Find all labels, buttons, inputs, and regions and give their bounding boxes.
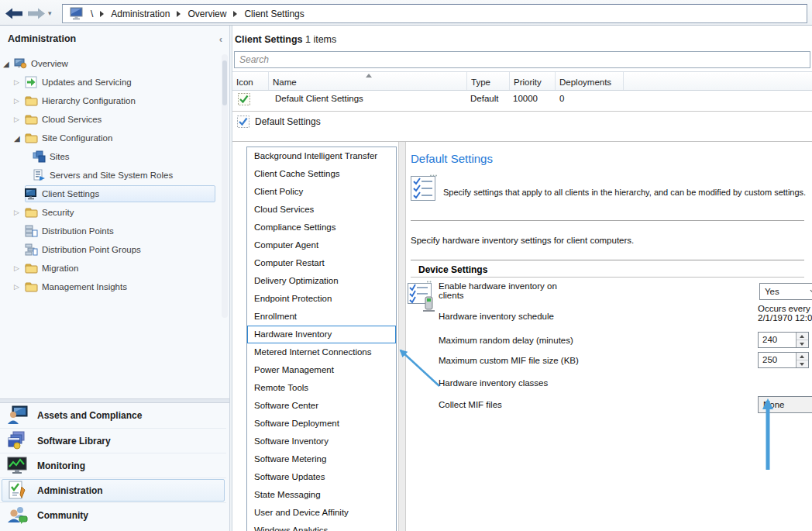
tree-item-hierarchy-configuration[interactable]: ▷ Hierarchy Configuration — [0, 91, 220, 110]
max-random-delay-spinner[interactable]: 240 — [758, 332, 809, 348]
expander-collapsed-icon[interactable]: ▷ — [14, 97, 25, 105]
expander-expanded-icon[interactable]: ◢ — [14, 134, 25, 143]
spin-up-icon[interactable] — [797, 333, 808, 340]
tree-item-label: Management Insights — [42, 282, 127, 291]
tree-item-label: Client Settings — [42, 189, 99, 198]
tree-scrollbar[interactable] — [222, 54, 228, 318]
section-item[interactable]: Cloud Services — [247, 201, 396, 219]
breadcrumb-overview[interactable]: Overview — [188, 9, 226, 19]
max-mif-size-spinner[interactable]: 250 — [758, 352, 809, 368]
section-item[interactable]: Software Deployment — [247, 415, 396, 433]
preview-pane-tab[interactable]: Default Settings — [237, 116, 321, 128]
section-item[interactable]: Windows Analytics — [247, 522, 396, 531]
tree-item-updates-and-servicing[interactable]: ▷ Updates and Servicing — [0, 73, 220, 91]
expander-collapsed-icon[interactable]: ▷ — [14, 78, 25, 86]
client-settings-icon — [25, 188, 38, 200]
sidebar-collapse-icon[interactable]: ‹ — [219, 33, 222, 45]
breadcrumb-client-settings[interactable]: Client Settings — [244, 9, 304, 19]
column-header-type[interactable]: Type — [467, 72, 510, 90]
enable-hardware-inventory-combo[interactable]: Yes — [759, 283, 812, 300]
section-heading-underline — [411, 277, 804, 278]
section-item[interactable]: Background Intelligent Transfer — [247, 147, 396, 165]
workspace-administration[interactable]: Administration — [0, 478, 226, 502]
breadcrumb-root[interactable]: \ — [91, 9, 93, 19]
breadcrumb-separator-icon — [177, 11, 181, 17]
folder-icon — [25, 113, 38, 126]
history-dropdown-icon[interactable]: ▾ — [48, 9, 52, 17]
section-item[interactable]: Power Management — [247, 361, 396, 379]
tree-item-client-settings[interactable]: Client Settings — [0, 184, 220, 203]
section-item[interactable]: Software Updates — [247, 468, 396, 486]
workspace-software-library[interactable]: Software Library — [0, 428, 226, 453]
tree-item-label: Security — [42, 208, 74, 217]
tree-item-label: Site Configuration — [42, 133, 112, 143]
workspace-community[interactable]: Community — [0, 502, 226, 527]
breadcrumb-separator-icon — [233, 11, 237, 17]
section-item[interactable]: Metered Internet Connections — [247, 343, 396, 361]
workspace-monitoring[interactable]: Monitoring — [0, 453, 226, 478]
distribution-points-icon — [25, 225, 38, 237]
scrollbar-thumb[interactable] — [222, 60, 227, 105]
max-mif-size-label: Maximum custom MIF file size (KB) — [439, 356, 579, 365]
tree-item-distribution-point-groups[interactable]: Distribution Point Groups — [0, 240, 220, 259]
expander-expanded-icon[interactable]: ◢ — [3, 60, 14, 68]
divider — [411, 220, 804, 221]
tree-item-management-insights[interactable]: ▷ Management Insights — [0, 278, 220, 296]
sites-icon — [33, 150, 46, 163]
spin-down-icon[interactable] — [797, 340, 808, 347]
section-item[interactable]: Client Cache Settings — [247, 165, 396, 183]
tree-item-sites[interactable]: Sites — [0, 147, 220, 166]
table-header: Icon Name Type Priority Deployments — [232, 71, 812, 91]
section-item[interactable]: Client Policy — [247, 183, 396, 201]
section-item[interactable]: Computer Restart — [247, 254, 396, 272]
expander-collapsed-icon[interactable]: ▷ — [14, 264, 25, 272]
table-row[interactable]: Default Client Settings Default 10000 0 — [232, 91, 812, 109]
section-item[interactable]: Endpoint Protection — [247, 290, 396, 308]
workspace-selection — [2, 479, 225, 502]
servers-icon — [33, 169, 46, 181]
back-button[interactable] — [3, 4, 25, 23]
column-header-priority[interactable]: Priority — [510, 72, 556, 90]
folder-icon — [25, 95, 38, 107]
expander-collapsed-icon[interactable]: ▷ — [14, 209, 25, 216]
section-item[interactable]: Computer Agent — [247, 236, 396, 254]
expander-collapsed-icon[interactable]: ▷ — [14, 283, 25, 291]
section-item[interactable]: User and Device Affinity — [247, 504, 396, 522]
client-settings-dialog: Background Intelligent Transfer Client C… — [232, 141, 812, 531]
device-settings-icon — [407, 280, 439, 315]
tree-item-label: Sites — [50, 152, 70, 161]
dialog-splitter[interactable] — [398, 142, 406, 531]
workspace-assets-and-compliance[interactable]: Assets and Compliance — [0, 403, 226, 428]
tree-item-security[interactable]: ▷ Security — [0, 203, 220, 222]
section-item[interactable]: Delivery Optimization — [247, 272, 396, 290]
section-item[interactable]: Remote Tools — [247, 379, 396, 397]
list-title-text: Client Settings — [235, 34, 303, 45]
spin-up-icon[interactable] — [797, 353, 808, 360]
tree-item-cloud-services[interactable]: ▷ Cloud Services — [0, 110, 220, 129]
tree-item-label: Servers and Site System Roles — [50, 171, 173, 180]
section-item[interactable]: State Messaging — [247, 486, 396, 504]
enable-hardware-inventory-label: Enable hardware inventory on clients — [439, 281, 578, 300]
forward-button[interactable] — [26, 4, 47, 23]
row-type: Default — [470, 94, 498, 103]
spin-down-icon[interactable] — [797, 360, 808, 367]
tree-item-migration[interactable]: ▷ Migration — [0, 259, 220, 278]
tree-item-servers-and-site-system-roles[interactable]: Servers and Site System Roles — [0, 166, 220, 184]
tree-item-site-configuration[interactable]: ◢ Site Configuration — [0, 129, 220, 147]
breadcrumb-administration[interactable]: Administration — [111, 9, 170, 19]
schedule-value: Occurs every 7 days effective 2/1/1970 1… — [758, 304, 812, 322]
collect-mif-files-combo[interactable]: None — [758, 396, 812, 413]
column-header-icon[interactable]: Icon — [232, 72, 269, 90]
column-header-deployments[interactable]: Deployments — [556, 72, 624, 90]
expander-collapsed-icon[interactable]: ▷ — [14, 116, 25, 123]
section-item[interactable]: Software Metering — [247, 450, 396, 468]
tree-item-overview[interactable]: ◢ Overview — [0, 54, 220, 73]
section-item[interactable]: Enrollment — [247, 308, 396, 326]
section-item-selected[interactable]: Hardware Inventory — [247, 326, 396, 343]
section-item[interactable]: Software Inventory — [247, 433, 396, 450]
tree-item-distribution-points[interactable]: Distribution Points — [0, 222, 220, 240]
section-item[interactable]: Software Center — [247, 397, 396, 415]
section-item[interactable]: Compliance Settings — [247, 219, 396, 236]
search-input[interactable] — [234, 51, 810, 68]
breadcrumb: \ Administration Overview Client Setting… — [62, 4, 807, 23]
